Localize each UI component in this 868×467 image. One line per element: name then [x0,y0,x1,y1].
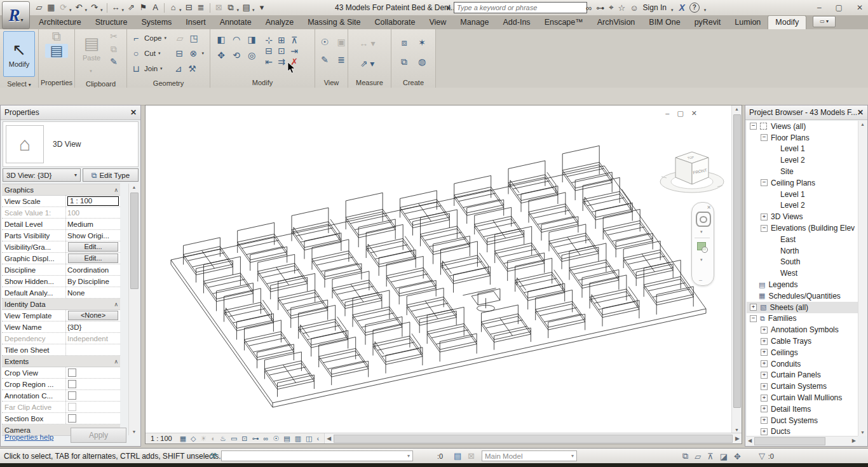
restore-button[interactable]: ▢ [836,3,843,12]
tag-by-category-icon[interactable]: ⚑ [137,0,149,15]
cut-geometry-icon[interactable]: ▱ [174,33,186,43]
close-hidden-windows-icon[interactable]: ⊠ [213,0,225,15]
navbar-close-icon[interactable]: ✕ [707,205,711,210]
paste-button[interactable]: ▤ Paste ▾ [78,31,105,77]
move-icon[interactable]: ✥ [215,50,227,60]
create-group-icon[interactable]: ⧉ [398,57,410,67]
tab-add-ins[interactable]: Add-Ins [496,15,538,29]
unpin-icon[interactable]: ⊡ [276,46,287,56]
prop-value-cell[interactable]: 1 : 100 [66,196,120,206]
tree-item-level-2[interactable]: Level 2 [747,200,860,212]
thin-lines-icon[interactable]: ≣ [195,0,207,15]
expand-expander-icon[interactable]: + [761,395,768,402]
offset-icon[interactable]: ◠ [231,34,242,44]
default-3d-view-icon[interactable]: ⌂ [167,0,179,15]
beam-cutback-icon[interactable]: ◳ [188,33,200,43]
shadows-icon[interactable]: ◐ [211,433,215,443]
reveal-hidden-elements-icon[interactable]: ☉ [273,433,279,443]
thin-lines-view-icon[interactable]: ≣ [336,55,347,65]
tab-analyze[interactable]: Analyze [259,15,301,29]
expand-expander-icon[interactable]: + [761,327,768,334]
search-icon[interactable]: ∞ [586,3,592,13]
prop-value-cell[interactable] [66,379,120,389]
properties-header[interactable]: Properties ✕ [1,105,140,120]
redo-icon[interactable]: ↷ [88,0,100,15]
rotate-icon[interactable]: ⟲ [231,50,242,60]
tree-item-schedules-quantities[interactable]: ▦Schedules/Quantities [747,290,860,302]
prop-value-cell[interactable] [66,344,120,355]
prop-value-cell[interactable] [66,413,120,424]
displaced-elements-icon[interactable]: ◫ [306,433,312,443]
measure-between-refs-icon[interactable]: ↔ ▾ [360,38,376,48]
section-icon[interactable]: ⊟ [183,0,195,15]
expand-expander-icon[interactable]: + [761,383,768,390]
tree-item-level-2[interactable]: Level 2 [747,154,860,166]
align-icon[interactable]: ◧ [215,34,227,44]
tree-item-ceilings[interactable]: +Ceilings [747,347,860,358]
edit-button[interactable]: Edit... [68,242,118,252]
viewcube[interactable]: TOPFRONT [660,152,724,193]
undo-icon[interactable]: ↶ [73,0,85,15]
drawing-area[interactable]: TOPFRONT – ▢ ✕ ✕ ▾ ▾ – [146,105,732,433]
expand-expander-icon[interactable]: + [761,405,768,412]
temporary-view-properties-icon[interactable]: ▤ [283,433,290,443]
save-icon[interactable]: ▦ [45,0,57,15]
tree-item-annotation-symbols[interactable]: +Annotation Symbols [747,324,860,335]
navigation-bar[interactable]: ✕ ▾ ▾ – [691,202,714,286]
create-similar-icon[interactable]: ◍ [416,57,428,67]
collapse-expander-icon[interactable]: − [761,179,768,186]
tree-item-ducts[interactable]: +Ducts [747,426,860,436]
prop-value-cell[interactable]: Medium [66,219,120,229]
expand-expander-icon[interactable]: + [761,428,768,435]
user-interface-icon[interactable]: ▤ [240,0,252,15]
section-identity-data[interactable]: Identity Data∧ [2,299,120,310]
undo-dropdown-icon[interactable]: ▾ [85,8,88,13]
trim-single-icon[interactable]: ⇤ [263,57,275,67]
prop-value-cell[interactable]: Show Origi... [66,230,120,241]
open-icon[interactable]: ▱ [33,0,45,15]
prop-value-cell[interactable] [66,367,120,378]
properties-palette-icon[interactable]: ▤ [45,44,69,58]
zoom-dropdown-icon[interactable]: ▾ [700,257,703,262]
tab-modify[interactable]: Modify [768,15,806,29]
split-icon[interactable]: ⊹ [263,35,275,45]
person-icon[interactable]: ☺ [630,3,638,13]
sync-with-central-icon[interactable]: ⟳ [57,0,69,15]
crop-region-visibility-icon[interactable]: ⊡ [241,433,247,443]
unlocked-3d-view-icon[interactable]: ⊶ [252,433,259,443]
view-restore-icon[interactable]: ▢ [677,109,683,118]
demolish-icon[interactable]: ⚒ [187,64,198,74]
wheel-dropdown-icon[interactable]: ▾ [700,229,703,234]
sign-in-dropdown-icon[interactable]: ▾ [671,8,674,13]
tree-item-duct-systems[interactable]: +Duct Systems [747,415,860,426]
expand-expander-icon[interactable]: + [761,338,768,345]
apply-button[interactable]: Apply [71,428,126,443]
redo-dropdown-icon[interactable]: ▾ [100,8,103,13]
tree-item-curtain-wall-mullions[interactable]: +Curtain Wall Mullions [747,392,860,403]
tree-item-elevations-building-elev[interactable]: −Elevations (Building Elev [747,222,860,234]
select-elements-by-face-icon[interactable]: ◪ [720,452,728,461]
trim-extend-icon[interactable]: ⇥ [288,46,300,56]
edit-button[interactable]: Edit... [68,254,118,263]
create-assembly-icon[interactable]: ✶ [416,37,428,48]
qat-overflow-icon[interactable]: ▶ [447,0,451,15]
customize-qat-icon[interactable]: ▾ [256,0,268,15]
worksets-icon[interactable]: ⚒ [210,449,217,464]
crop-view-icon[interactable]: ▭ [231,433,237,443]
subscription-key-icon[interactable]: ⊶ [596,3,604,13]
collapse-expander-icon[interactable]: − [761,134,768,141]
view-scale-control[interactable]: 1 : 100 [151,435,172,442]
view-minimize-icon[interactable]: – [665,109,669,118]
tree-item-views-all[interactable]: −Views (all) [747,121,860,132]
expand-expander-icon[interactable]: + [750,304,757,311]
aligned-dimension-dropdown-icon[interactable]: ▾ [122,8,125,13]
panel-label-view[interactable]: View [315,78,348,88]
browser-horizontal-scrollbar[interactable]: ◀ ▶ [746,436,858,445]
tab-enscape[interactable]: Enscape™ [538,15,590,29]
browser-vertical-scrollbar[interactable]: ▲ ▼ [858,121,867,436]
tree-item-north[interactable]: North [747,245,860,257]
canvas-horizontal-scrollbar[interactable]: ◀ ▶ [324,433,742,443]
checkbox[interactable] [68,414,76,423]
prop-value-cell[interactable]: Coordination [66,264,120,275]
family-types-icon[interactable]: ⧉ [51,31,62,41]
